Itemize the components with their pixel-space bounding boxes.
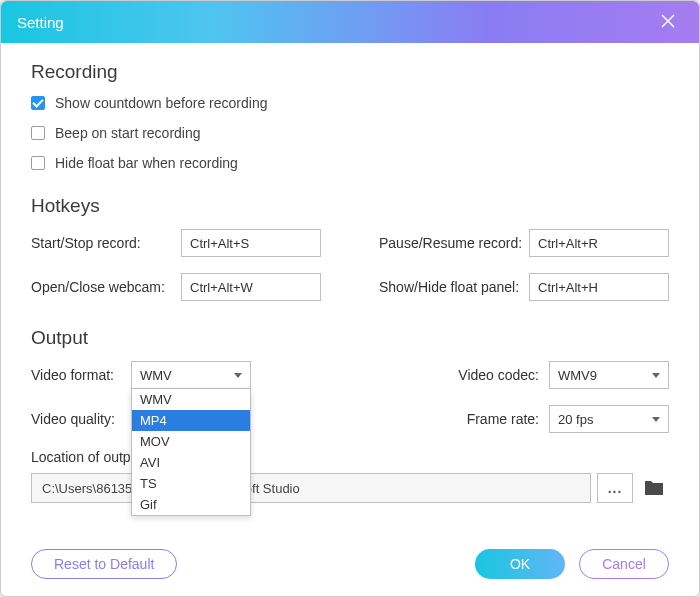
frame-rate-selectbox[interactable]: 20 fps [549,405,669,433]
video-format-selectbox[interactable]: WMV [131,361,251,389]
output-section: Output Video format: WMV WMV MP4 MOV AVI… [31,327,669,503]
ok-button[interactable]: OK [475,549,565,579]
browse-button[interactable]: ... [597,473,633,503]
beep-checkbox-row[interactable]: Beep on start recording [31,125,669,141]
video-codec-select[interactable]: WMV9 [549,361,669,389]
hide-floatbar-checkbox-row[interactable]: Hide float bar when recording [31,155,669,171]
pause-resume-input[interactable] [529,229,669,257]
hotkeys-section: Hotkeys Start/Stop record: Pause/Resume … [31,195,669,301]
video-format-dropdown: WMV MP4 MOV AVI TS Gif [131,389,251,516]
hotkeys-grid: Start/Stop record: Pause/Resume record: … [31,229,669,301]
video-format-value: WMV [140,368,172,383]
format-option-mov[interactable]: MOV [132,431,250,452]
checkbox-icon[interactable] [31,126,45,140]
location-label: Location of output files: [31,449,669,465]
format-option-ts[interactable]: TS [132,473,250,494]
titlebar: Setting [1,1,699,43]
hide-floatbar-label: Hide float bar when recording [55,155,238,171]
beep-label: Beep on start recording [55,125,201,141]
start-stop-input[interactable] [181,229,321,257]
pause-resume-label: Pause/Resume record: [379,235,529,251]
output-grid: Video format: WMV WMV MP4 MOV AVI TS Gif [31,361,669,433]
checkbox-icon[interactable] [31,96,45,110]
chevron-down-icon [652,417,660,422]
frame-rate-label: Frame rate: [449,411,549,427]
frame-rate-select[interactable]: 20 fps [549,405,669,433]
countdown-label: Show countdown before recording [55,95,267,111]
ellipsis-icon: ... [608,480,623,496]
video-format-label: Video format: [31,367,131,383]
open-close-webcam-input[interactable] [181,273,321,301]
video-codec-value: WMV9 [558,368,597,383]
folder-icon [643,479,665,497]
video-quality-label: Video quality: [31,411,131,427]
format-option-gif[interactable]: Gif [132,494,250,515]
reset-button[interactable]: Reset to Default [31,549,177,579]
output-path-input[interactable] [31,473,591,503]
video-format-select[interactable]: WMV WMV MP4 MOV AVI TS Gif [131,361,251,389]
open-folder-button[interactable] [639,473,669,503]
footer: Reset to Default OK Cancel [1,532,699,596]
recording-heading: Recording [31,61,669,83]
output-heading: Output [31,327,669,349]
content-area: Recording Show countdown before recordin… [1,43,699,532]
checkbox-icon[interactable] [31,156,45,170]
start-stop-label: Start/Stop record: [31,235,181,251]
close-icon[interactable] [653,8,683,37]
video-codec-label: Video codec: [449,367,549,383]
open-close-webcam-label: Open/Close webcam: [31,279,181,295]
frame-rate-value: 20 fps [558,412,593,427]
chevron-down-icon [234,373,242,378]
countdown-checkbox-row[interactable]: Show countdown before recording [31,95,669,111]
format-option-avi[interactable]: AVI [132,452,250,473]
cancel-button[interactable]: Cancel [579,549,669,579]
video-codec-selectbox[interactable]: WMV9 [549,361,669,389]
settings-window: Setting Recording Show countdown before … [0,0,700,597]
hotkeys-heading: Hotkeys [31,195,669,217]
show-hide-panel-label: Show/Hide float panel: [379,279,529,295]
format-option-wmv[interactable]: WMV [132,389,250,410]
window-title: Setting [17,14,653,31]
show-hide-panel-input[interactable] [529,273,669,301]
chevron-down-icon [652,373,660,378]
path-row: ... [31,473,669,503]
format-option-mp4[interactable]: MP4 [132,410,250,431]
